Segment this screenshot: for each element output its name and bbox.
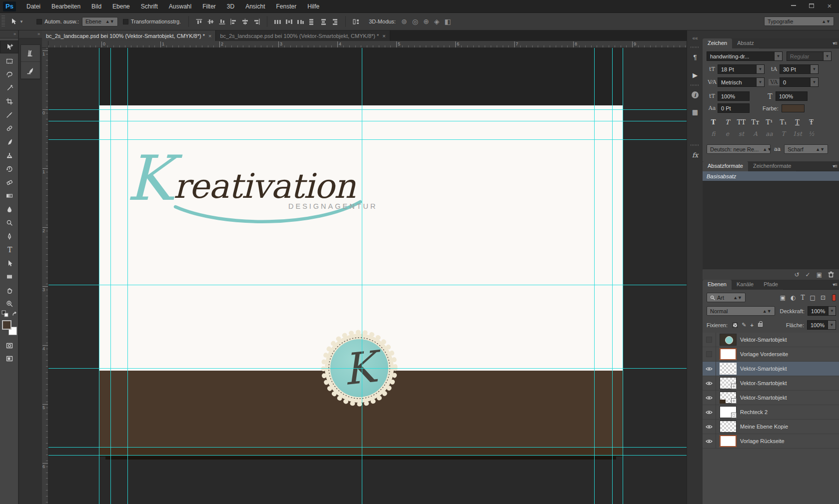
faux-italic-button[interactable]: T (722, 117, 733, 126)
guide-vertical[interactable] (623, 48, 623, 504)
distribute-vcenter-icon[interactable] (285, 18, 293, 25)
titling-alternates-button[interactable]: T (778, 130, 789, 137)
guide-horizontal[interactable] (48, 455, 687, 456)
contextual-alternates-button[interactable]: e (722, 130, 733, 137)
menu-bild[interactable]: Bild (86, 0, 107, 13)
toolbar-collapse-icon[interactable]: » (0, 30, 18, 38)
3d-camera-icon[interactable]: ◧ (444, 17, 451, 25)
swash-button[interactable]: A (750, 130, 761, 137)
guide-horizontal[interactable] (48, 121, 687, 121)
menu-schrift[interactable]: Schrift (135, 0, 163, 13)
auto-select-checkbox[interactable] (36, 19, 42, 24)
actions-panel-icon[interactable]: ▶ (687, 68, 703, 81)
visibility-toggle[interactable] (703, 362, 716, 376)
align-top-icon[interactable] (195, 18, 203, 25)
layer-row[interactable]: Meine Ebene Kopie (703, 420, 839, 434)
eraser-tool[interactable] (0, 176, 18, 189)
tab-zeichenformate[interactable]: Zeichenformate (748, 161, 796, 171)
menu-ansicht[interactable]: Ansicht (240, 0, 270, 13)
layer-row[interactable]: Vektor-Smartobjekt (703, 333, 839, 347)
font-family-dropdown-icon[interactable]: ▼ (775, 51, 783, 61)
blur-tool[interactable] (0, 203, 18, 216)
anti-alias-dropdown[interactable]: Scharf▲▼ (784, 144, 828, 154)
color-swatches[interactable] (2, 320, 17, 335)
style-row-basisabsatz[interactable]: Basisabsatz (703, 171, 839, 181)
layer-row[interactable]: Vorlage Rückseite (703, 434, 839, 449)
foreground-color-swatch[interactable] (2, 320, 11, 330)
magic-wand-tool[interactable] (0, 81, 18, 94)
marquee-tool[interactable] (0, 54, 18, 67)
layer-row[interactable]: Vektor-Smartobjekt (703, 376, 839, 391)
character-styles-panel-icon[interactable]: ▦ (687, 105, 703, 118)
workspace-dropdown[interactable]: Typografie▲▼ (764, 16, 834, 26)
tool-preset-picker[interactable]: ▼ (8, 16, 25, 26)
leading-dropdown-icon[interactable]: ▼ (811, 64, 819, 74)
layer-row[interactable]: Vektor-Smartobjekt (703, 391, 839, 405)
layer-thumbnail[interactable] (720, 363, 737, 375)
gradient-tool[interactable] (0, 189, 18, 202)
subscript-button[interactable]: T₁ (778, 117, 789, 126)
faux-bold-button[interactable]: T (708, 117, 719, 126)
info-panel-icon[interactable]: i (687, 88, 703, 101)
path-select-tool[interactable] (0, 257, 18, 270)
align-right-icon[interactable] (252, 18, 261, 25)
ligatures-button[interactable]: fi (708, 130, 719, 137)
leading-field[interactable]: 30 Pt (780, 64, 811, 74)
layer-thumbnail[interactable] (720, 421, 737, 433)
distribute-hcenter-icon[interactable] (319, 18, 328, 25)
hand-tool[interactable] (0, 284, 18, 297)
font-size-field[interactable]: 18 Pt (718, 64, 757, 74)
filter-adjustment-layers-icon[interactable]: ◐ (791, 294, 796, 301)
tab-kanaele[interactable]: Kanäle (732, 280, 759, 290)
align-hcenter-icon[interactable] (241, 18, 249, 25)
layer-row[interactable]: Vorlage Vorderseite (703, 347, 839, 362)
guide-vertical[interactable] (127, 48, 128, 504)
visibility-toggle[interactable] (703, 405, 716, 420)
visibility-toggle[interactable] (703, 434, 716, 449)
distribute-left-icon[interactable] (308, 18, 316, 25)
distribute-top-icon[interactable] (273, 18, 282, 25)
paragraph-styles-panel-icon[interactable]: ¶ (687, 50, 703, 63)
zoom-tool[interactable] (0, 297, 18, 310)
kerning-field[interactable]: Metrisch (718, 77, 757, 87)
3d-orbit-icon[interactable]: ⊚ (401, 17, 407, 25)
menu-datei[interactable]: Datei (21, 0, 46, 13)
layer-thumbnail[interactable] (720, 334, 737, 346)
move-tool[interactable] (0, 40, 18, 53)
swap-colors-icon[interactable] (1, 310, 17, 317)
ruler-left[interactable]: 10123456 (42, 48, 48, 504)
layer-thumbnail[interactable] (720, 392, 737, 404)
panel-menu-icon[interactable]: ▾≡ (833, 163, 837, 169)
horizontal-scale-field[interactable]: 100% (776, 91, 808, 101)
pen-tool[interactable] (0, 230, 18, 243)
vertical-scale-field[interactable]: 100% (718, 91, 750, 101)
guide-vertical[interactable] (362, 48, 362, 504)
guide-vertical[interactable] (612, 48, 613, 504)
crop-tool[interactable] (0, 95, 18, 108)
tab-ebenen[interactable]: Ebenen (703, 280, 732, 290)
menu-fenster[interactable]: Fenster (271, 0, 302, 13)
panel-menu-icon[interactable]: ▾≡ (833, 40, 837, 46)
guide-horizontal[interactable] (48, 285, 687, 285)
align-bottom-icon[interactable] (218, 18, 226, 25)
3d-pan-icon[interactable]: ⊕ (423, 17, 429, 25)
tab-absatz[interactable]: Absatz (732, 38, 759, 48)
filter-smart-objects-icon[interactable]: ⊡ (821, 294, 826, 301)
canvas-content[interactable]: K reativation DESIGNAGENTUR K (48, 48, 687, 504)
visibility-toggle[interactable] (703, 376, 716, 391)
layer-row-selected[interactable]: Vektor-Smartobjekt (703, 362, 839, 376)
type-tool[interactable]: T (0, 243, 18, 256)
delete-style-icon[interactable] (828, 271, 834, 278)
font-size-dropdown-icon[interactable]: ▼ (757, 64, 765, 74)
dock-expand-icon[interactable]: «« (687, 31, 703, 44)
opacity-dropdown-icon[interactable]: ▼ (829, 306, 836, 316)
underline-button[interactable]: T (792, 117, 803, 126)
kerning-dropdown-icon[interactable]: ▼ (757, 77, 765, 87)
layer-thumbnail[interactable] (720, 435, 737, 447)
filter-pixel-layers-icon[interactable]: ▣ (780, 294, 786, 301)
filter-type-layers-icon[interactable]: T (801, 294, 805, 301)
menu-hilfe[interactable]: Hilfe (302, 0, 325, 13)
guide-horizontal[interactable] (48, 447, 687, 448)
guide-vertical[interactable] (594, 48, 595, 504)
screen-mode-button[interactable] (0, 352, 18, 365)
